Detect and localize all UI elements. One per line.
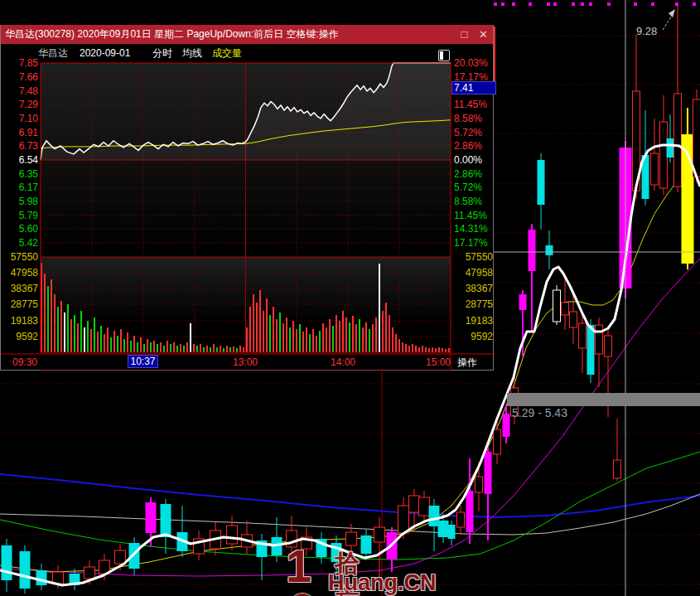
price-axis-label: 5.98	[19, 196, 39, 207]
volume-axis-label-right: 57550	[466, 251, 494, 263]
popup-titlebar[interactable]: 华昌达(300278) 2020年09月01日 星期二 PageUp/Down:…	[1, 25, 493, 44]
intraday-popup-window[interactable]: 华昌达(300278) 2020年09月01日 星期二 PageUp/Down:…	[0, 25, 494, 371]
price-axis-label: 6.17	[19, 182, 39, 193]
intraday-chart-dynamic: 7.8520.03%7.6617.17%7.4814.31%7.2911.45%…	[1, 57, 495, 371]
time-axis-label: 13:00	[233, 356, 258, 368]
volume-legend-label[interactable]: 成交量	[212, 44, 242, 62]
mode-label[interactable]: 分时	[152, 44, 172, 62]
volume-axis-label: 19183	[11, 315, 39, 327]
trading-app-screen: { "accent_colors": { "titlebar_red": "#b…	[0, 0, 700, 596]
volume-axis-label-right: 9592	[471, 331, 493, 342]
maximize-icon[interactable]: □	[461, 28, 468, 41]
price-axis-label: 5.42	[19, 237, 39, 249]
price-axis-label: 6.91	[19, 127, 39, 138]
volume-axis-label-right: 19183	[466, 315, 494, 327]
price-axis-label: 6.54	[19, 154, 39, 166]
percent-axis-label: 5.72%	[454, 127, 482, 138]
chart-date-label: 2020-09-01	[80, 44, 130, 62]
stock-name-label: 华昌达	[38, 44, 68, 62]
action-menu-button[interactable]: 操作	[457, 356, 477, 370]
time-axis-label: 09:30	[12, 356, 37, 368]
watermark-site-url: Huang.CN	[328, 570, 437, 596]
high-price-label: 9.28	[636, 25, 657, 37]
price-axis-label: 7.10	[19, 113, 39, 124]
time-axis-label: 15:00	[426, 356, 451, 368]
price-axis-label: 5.79	[19, 210, 39, 221]
price-axis-label: 7.66	[19, 71, 39, 83]
volume-axis-label-right: 47958	[466, 267, 494, 279]
percent-axis-label: 0.00%	[454, 154, 482, 166]
percent-axis-label: 11.45%	[454, 99, 487, 110]
time-axis-label: 14:00	[331, 356, 355, 368]
ma-legend-label[interactable]: 均线	[182, 44, 202, 62]
percent-axis-label: 8.58%	[454, 196, 482, 207]
percent-axis-label: 5.72%	[454, 182, 482, 193]
percent-axis-label: 11.45%	[454, 210, 487, 221]
price-range-band[interactable]	[507, 393, 700, 406]
percent-axis-label: 2.86%	[454, 140, 482, 152]
price-range-label: 5.29 - 5.43	[512, 406, 567, 419]
volume-axis-label-right: 28775	[466, 298, 494, 310]
percent-axis-label: 17.17%	[454, 237, 488, 249]
percent-axis-label: 2.86%	[454, 168, 482, 180]
volume-axis-label: 38367	[11, 283, 39, 294]
watermark-10-logo: 1	[286, 545, 317, 596]
price-axis-label: 6.35	[19, 168, 39, 180]
volume-axis-label: 47958	[11, 267, 39, 279]
intraday-chart-canvas[interactable]: 7.8520.03%7.6617.17%7.4814.31%7.2911.45%…	[1, 44, 495, 371]
time-cursor: 10:37	[128, 355, 158, 368]
close-icon[interactable]: ✕	[479, 28, 488, 41]
volume-axis-label: 28775	[11, 298, 39, 310]
popup-chart-header: 华昌达 2020-09-01 分时 均线 成交量	[1, 44, 493, 63]
percent-axis-label: 14.31%	[454, 223, 488, 235]
panel-toggle-icon[interactable]	[438, 50, 450, 61]
current-price-cursor: 7.41	[451, 81, 496, 94]
volume-axis-label: 57550	[11, 251, 39, 263]
volume-axis-label: 9592	[16, 331, 38, 342]
high-price-arrowhead	[669, 9, 675, 17]
percent-axis-label: 8.58%	[454, 113, 482, 124]
price-axis-label: 7.48	[19, 85, 39, 97]
volume-axis-label-right: 38367	[466, 283, 494, 294]
price-axis-label: 5.60	[19, 223, 39, 235]
popup-title: 华昌达(300278) 2020年09月01日 星期二 PageUp/Down:…	[1, 28, 339, 40]
price-axis-label: 7.29	[19, 99, 39, 110]
price-axis-label: 6.73	[19, 140, 39, 152]
